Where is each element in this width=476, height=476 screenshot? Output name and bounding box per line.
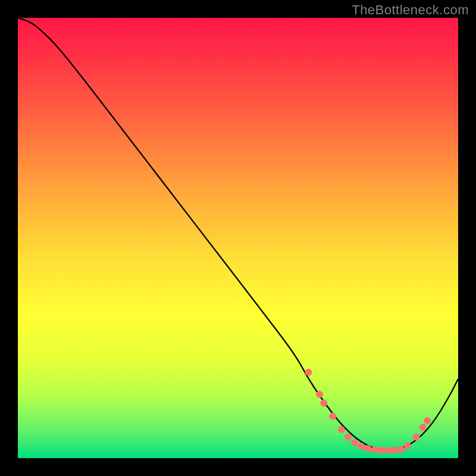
curve-marker <box>424 418 431 424</box>
curve-marker <box>404 443 411 449</box>
curve-marker <box>345 434 352 440</box>
curve-marker <box>419 424 426 431</box>
curve-marker <box>365 445 371 452</box>
curve-marker <box>338 426 345 433</box>
curve-marker <box>316 391 322 397</box>
bottleneck-curve <box>18 18 458 450</box>
curve-markers <box>305 369 431 453</box>
plot-area <box>18 18 458 458</box>
curve-marker <box>330 413 336 419</box>
curve-marker <box>305 369 312 375</box>
curve-marker <box>352 440 358 446</box>
chart-svg <box>18 18 458 458</box>
curve-marker <box>384 447 391 453</box>
curve-marker <box>397 446 404 453</box>
curve-marker <box>371 446 378 453</box>
curve-marker <box>358 443 365 450</box>
chart-frame: TheBottleneck.com <box>0 0 476 476</box>
curve-marker <box>391 447 397 453</box>
curve-marker <box>413 434 419 440</box>
watermark-text: TheBottleneck.com <box>352 2 469 18</box>
curve-marker <box>378 447 384 453</box>
curve-marker <box>321 400 327 406</box>
